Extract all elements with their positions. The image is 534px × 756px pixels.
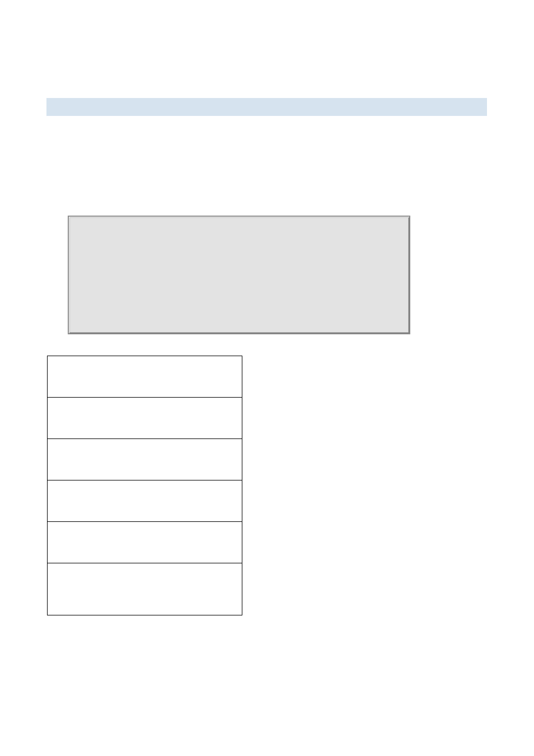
gray-panel [68,216,410,334]
table-row [47,398,242,439]
table-row [47,522,242,563]
header-bar [46,98,487,116]
table-row [47,439,242,480]
table [47,356,242,615]
table-row [47,480,242,522]
page: { "layout": { "blue_bar": { "left": 83, … [0,0,534,756]
table-row [47,356,242,398]
table-row [47,563,242,615]
